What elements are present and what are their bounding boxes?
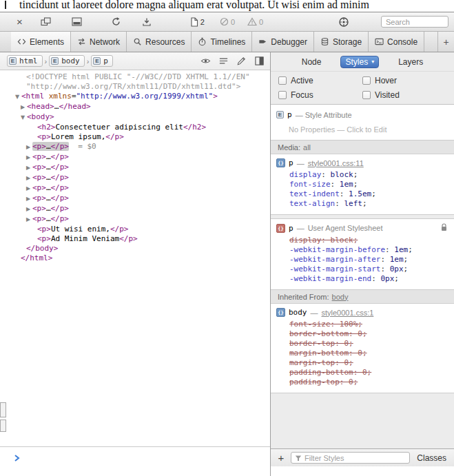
tree-row[interactable]: ▼<body> — [0, 112, 270, 123]
reload-button[interactable] — [111, 17, 121, 27]
close-icon: × — [17, 17, 23, 27]
css-property[interactable]: -webkit-margin-before: 1em; — [289, 245, 448, 255]
disclosure-closed-icon[interactable]: ▶ — [26, 153, 32, 163]
tab-timelines[interactable]: Timelines — [192, 32, 252, 52]
breadcrumb-item-html[interactable]: Ehtml — [7, 55, 43, 67]
add-tab-button[interactable]: + — [437, 32, 454, 52]
quick-console-bar[interactable] — [0, 446, 270, 476]
breadcrumb-item-p[interactable]: Ep — [91, 55, 113, 67]
search-input[interactable] — [381, 16, 448, 28]
css-property[interactable]: padding-top: 0; — [289, 377, 448, 387]
disclosure-open-icon[interactable]: ▼ — [21, 113, 27, 123]
css-property[interactable]: margin-top: 0; — [289, 358, 448, 368]
css-property[interactable]: margin-bottom: 0; — [289, 349, 448, 358]
tab-label: Elements — [30, 37, 64, 47]
detach-window-button[interactable] — [41, 17, 51, 26]
css-property[interactable]: font-size: 100%; — [289, 320, 448, 329]
sidebar-tab-node[interactable]: Node — [298, 56, 326, 68]
disclosure-closed-icon[interactable]: ▶ — [26, 174, 32, 183]
pseudo-checkbox-visited[interactable]: Visited — [362, 90, 446, 100]
tab-label: Resources — [145, 37, 185, 47]
classes-button[interactable]: Classes — [414, 453, 449, 463]
tab-console[interactable]: Console — [369, 32, 424, 52]
tree-row[interactable]: ▶<p>…</p> — [0, 204, 270, 214]
css-property[interactable]: padding-bottom: 0; — [289, 368, 448, 377]
download-button[interactable] — [142, 17, 152, 27]
disclosure-closed-icon[interactable]: ▶ — [26, 163, 32, 173]
rule-source[interactable]: style0001.css:1 — [322, 309, 374, 317]
disclosure-closed-icon[interactable]: ▶ — [21, 103, 27, 112]
pseudo-checkbox-hover[interactable]: Hover — [362, 76, 446, 85]
tab-storage[interactable]: Storage — [314, 32, 369, 52]
css-property[interactable]: border-top: 0; — [289, 339, 448, 349]
tab-elements[interactable]: Elements — [11, 32, 71, 52]
tree-row[interactable]: ▶<p>…</p> — [0, 194, 270, 204]
warning-icon — [247, 17, 257, 26]
css-property[interactable]: text-indent: 1.5em; — [289, 189, 448, 199]
tree-row[interactable]: ▶<p>…</p> — [0, 183, 270, 194]
rule-selector[interactable]: p — [289, 158, 293, 167]
tree-row[interactable]: ▶<p>…</p> — [0, 152, 270, 163]
tab-resources[interactable]: Resources — [127, 32, 192, 52]
add-rule-button[interactable]: + — [276, 453, 287, 463]
disclosure-closed-icon[interactable]: ▶ — [26, 205, 32, 214]
tab-debugger[interactable]: Debugger — [252, 32, 314, 52]
tree-row[interactable]: </html> — [0, 253, 270, 263]
eye-icon[interactable] — [200, 56, 211, 66]
inspector-toolbar: × 2 0 0 — [0, 12, 454, 32]
breadcrumb-separator: › — [87, 57, 90, 65]
warning-count-badge[interactable]: 0 — [247, 17, 263, 26]
storage-icon — [320, 37, 329, 46]
css-property[interactable]: font-size: 1em; — [289, 180, 448, 189]
css-property[interactable]: display: block; — [289, 170, 448, 180]
activity-button[interactable] — [338, 17, 349, 28]
pseudo-checkbox-active[interactable]: Active — [278, 76, 362, 85]
disclosure-closed-icon[interactable]: ▶ — [26, 143, 32, 152]
filter-styles-input[interactable] — [305, 454, 406, 462]
rule-source[interactable]: style0001.css:11 — [308, 159, 364, 167]
rule-dash: — — [297, 159, 305, 167]
css-property[interactable]: -webkit-margin-after: 1em; — [289, 255, 448, 265]
sidebar-tab-styles[interactable]: Styles▾ — [340, 56, 379, 68]
css-property[interactable]: text-align: left; — [289, 199, 448, 209]
style-attribute-empty[interactable]: No Properties — Click to Edit — [289, 125, 448, 134]
inherited-from-link[interactable]: body — [332, 293, 349, 301]
css-property[interactable]: display: block; — [289, 236, 448, 245]
text-lines-icon[interactable] — [218, 56, 229, 66]
close-button[interactable]: × — [17, 17, 23, 27]
css-rule: {}p—User Agent Stylesheetdisplay: block;… — [271, 218, 454, 290]
element-icon: E — [9, 57, 17, 65]
tab-network[interactable]: Network — [71, 32, 127, 52]
error-count-badge[interactable]: 0 — [220, 17, 235, 26]
css-property[interactable]: border-bottom: 0; — [289, 329, 448, 339]
tree-row[interactable]: <h2>Consectetuer adipiscing elit</h2> — [0, 123, 270, 132]
css-property[interactable]: -webkit-margin-end: 0px; — [289, 274, 448, 284]
sidebar-tab-layers[interactable]: Layers — [394, 56, 427, 68]
breadcrumb-item-body[interactable]: Ebody — [49, 55, 85, 67]
tree-row[interactable]: <p>Ad Minim Veniam</p> — [0, 234, 270, 244]
rule-selector[interactable]: body — [289, 308, 307, 317]
tree-row[interactable]: ▶<head>…</head> — [0, 102, 270, 112]
tree-row[interactable]: <p>Ut wisi enim,</p> — [0, 225, 270, 234]
css-property[interactable]: -webkit-margin-start: 0px; — [289, 265, 448, 274]
tree-row[interactable]: </body> — [0, 244, 270, 253]
tree-row[interactable]: <p>Lorem ipsum,</p> — [0, 132, 270, 142]
rule-selector[interactable]: p — [289, 224, 293, 233]
tree-row[interactable]: ▶<p>…</p> — [0, 214, 270, 225]
dock-bottom-button[interactable] — [72, 17, 82, 26]
pencil-icon[interactable] — [236, 56, 247, 66]
tree-row[interactable]: ▼<html xmlns="http://www.w3.org/1999/xht… — [0, 92, 270, 102]
pseudo-checkbox-focus[interactable]: Focus — [278, 90, 362, 100]
tree-row[interactable]: ▶<p>…</p> = $0 — [0, 142, 270, 152]
tree-row[interactable]: "http://www.w3.org/TR/xhtml11/DTD/xhtml1… — [0, 82, 270, 92]
tree-row[interactable]: <!DOCTYPE html PUBLIC "-//W3C//DTD XHTML… — [0, 72, 270, 82]
disclosure-open-icon[interactable]: ▼ — [15, 92, 21, 102]
resource-count-badge[interactable]: 2 — [190, 17, 205, 27]
disclosure-closed-icon[interactable]: ▶ — [26, 215, 32, 225]
no-errors-icon — [220, 17, 229, 26]
tree-row[interactable]: ▶<p>…</p> — [0, 173, 270, 183]
contrast-icon[interactable] — [254, 56, 265, 66]
disclosure-closed-icon[interactable]: ▶ — [26, 184, 32, 194]
disclosure-closed-icon[interactable]: ▶ — [26, 194, 32, 204]
tree-row[interactable]: ▶<p>…</p> — [0, 163, 270, 173]
